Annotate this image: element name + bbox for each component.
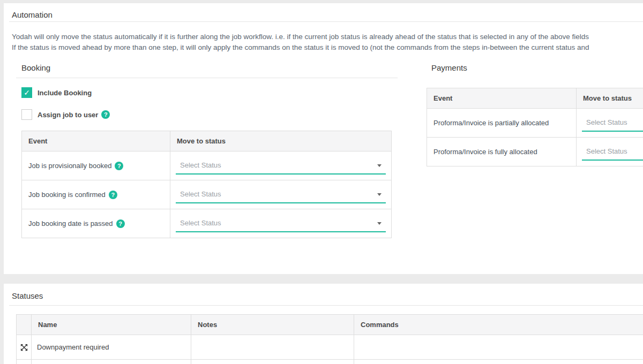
table-row: Proforma/Invoice is partially allocated … [427,109,643,138]
help-icon[interactable]: ? [116,219,125,228]
assign-job-row: Assign job to user ? [21,109,110,120]
status-notes-cell [191,335,354,360]
status-commands-cell [354,360,643,364]
table-header-row: Event Move to status [22,131,392,151]
divider [9,305,643,306]
drag-handle-icon[interactable] [20,344,28,351]
status-name-cell: Downpayment required [32,335,191,360]
statuses-panel: Statuses Name Notes Commands [4,284,643,364]
table-row [17,360,643,364]
automation-description-line2: If the status is moved ahead by more tha… [12,43,589,51]
select-status-placeholder: Select Status [180,161,221,169]
table-row: Job booking date is passed? Select Statu… [22,209,392,238]
include-booking-label: Include Booking [38,89,92,97]
status-name-cell [32,360,191,364]
table-header-row: Event Move to status [427,88,643,109]
page: Automation Yodah will only move the stat… [0,0,643,364]
column-header-event: Event [427,88,577,109]
select-status-placeholder: Select Status [180,219,221,227]
help-icon[interactable]: ? [109,191,117,199]
chevron-down-icon [377,164,382,167]
column-header-notes: Notes [191,315,354,335]
table-header-row: Name Notes Commands [17,315,643,335]
event-label: Proforma/Invoice is partially allocated [433,119,549,127]
payments-events-table: Event Move to status Proforma/Invoice is… [427,88,643,166]
booking-title: Booking [21,63,50,72]
table-row: Job is provisionally booked? Select Stat… [22,151,392,180]
select-status-dropdown[interactable]: Select Status [176,157,386,175]
event-label: Job is provisionally booked [28,162,111,170]
table-row: Proforma/Invoice is fully allocated Sele… [427,138,643,166]
booking-events-table: Event Move to status Job is provisionall… [21,131,392,238]
statuses-table: Name Notes Commands [16,314,643,364]
event-label: Proforma/Invoice is fully allocated [433,148,537,156]
automation-panel: Automation Yodah will only move the stat… [4,3,643,274]
table-row: Job booking is confirmed? Select Status [22,180,392,209]
status-commands-cell [354,335,643,360]
assign-job-label: Assign job to user [38,111,98,119]
include-booking-row: ✓ Include Booking [21,87,92,98]
column-header-drag [17,315,32,335]
select-status-placeholder: Select Status [586,147,627,155]
event-label: Job booking date is passed [28,219,113,228]
assign-job-checkbox[interactable] [21,109,32,120]
divider [16,78,398,78]
chevron-down-icon [377,193,382,196]
select-status-dropdown[interactable]: Select Status [176,186,386,203]
column-header-move-to-status: Move to status [170,131,392,151]
select-status-dropdown[interactable]: Select Status [582,143,643,161]
include-booking-checkbox[interactable]: ✓ [21,87,32,98]
select-status-dropdown[interactable]: Select Status [582,114,643,132]
divider [9,21,643,22]
column-header-event: Event [22,131,170,151]
table-row: Downpayment required [17,335,643,360]
status-notes-cell [191,360,354,364]
statuses-title: Statuses [12,291,43,300]
select-status-dropdown[interactable]: Select Status [176,215,386,232]
help-icon[interactable]: ? [101,110,110,119]
column-header-name: Name [32,315,191,335]
automation-title: Automation [12,10,53,19]
event-label: Job booking is confirmed [28,191,106,199]
help-icon[interactable]: ? [115,162,123,170]
automation-description-line1: Yodah will only move the status automati… [12,33,589,41]
chevron-down-icon [377,222,382,225]
select-status-placeholder: Select Status [586,118,627,126]
check-icon: ✓ [24,88,30,97]
select-status-placeholder: Select Status [180,190,221,198]
column-header-move-to-status: Move to status [577,88,643,109]
payments-title: Payments [431,63,467,72]
column-header-commands: Commands [354,315,643,335]
